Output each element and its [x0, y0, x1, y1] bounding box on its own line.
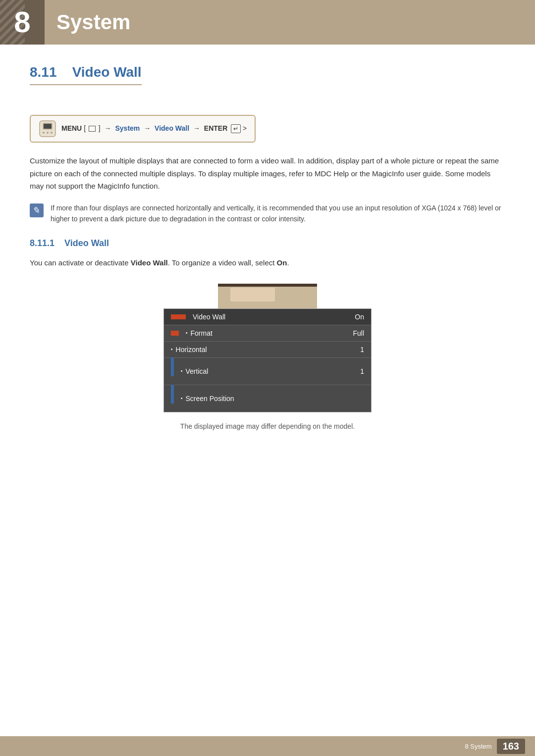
menu-path-box: MENU [ ] → System → Video Wall → ENTER ↵… — [30, 115, 256, 143]
menu-item-vertical: • Vertical 1 — [164, 358, 371, 385]
subsection-heading: 8.11.1 Video Wall — [30, 238, 505, 249]
monitor-shape — [163, 281, 372, 308]
bracket-open: [ — [84, 124, 86, 132]
header-stripe-decoration — [0, 0, 25, 45]
enter-icon: ↵ — [231, 124, 241, 133]
menu-item-label-vertical: Vertical — [186, 367, 209, 375]
ui-mockup-container: Video Wall On • Format Full • — [30, 281, 505, 412]
menu-item-label-videowall: Video Wall — [193, 313, 225, 321]
section-heading-container: 8.11 Video Wall — [30, 64, 505, 100]
screenposition-bar-indicator — [171, 385, 174, 403]
vertical-bullet: • — [181, 368, 183, 374]
note-box: ✎ If more than four displays are connect… — [30, 202, 505, 225]
menu-item-left-format: • Format — [171, 329, 213, 337]
footer-section-label: 8 System — [465, 743, 491, 750]
video-wall-bold: Video Wall — [131, 258, 168, 267]
vertical-bar-indicator — [171, 357, 174, 376]
menu-item-label-screenposition: Screen Position — [186, 395, 234, 403]
footer-bar: 8 System 163 — [0, 736, 535, 756]
menu-list: Video Wall On • Format Full • — [163, 308, 372, 412]
menu-item-label-horizontal: Horizontal — [176, 346, 207, 353]
monitor-body — [218, 284, 317, 308]
ui-mockup: Video Wall On • Format Full • — [163, 281, 372, 412]
svg-text:✎: ✎ — [32, 205, 40, 215]
monitor-top — [218, 281, 317, 308]
svg-point-5 — [51, 132, 53, 134]
subsection-desc: You can activate or deactivate Video Wal… — [30, 256, 505, 269]
description-text: Customize the layout of multiple display… — [30, 154, 505, 193]
screenposition-bullet: • — [181, 396, 183, 401]
subsection-title: Video Wall — [64, 238, 109, 248]
bracket-symbol — [89, 126, 96, 132]
menu-item-horizontal: • Horizontal 1 — [164, 342, 371, 358]
main-content: 8.11 Video Wall MENU [ ] → Syste — [0, 45, 535, 475]
footer-page-number: 163 — [497, 739, 525, 754]
header-bar: 8 System — [0, 0, 535, 45]
menu-step1: System — [115, 124, 140, 132]
menu-label: MENU — [61, 124, 82, 132]
bracket-close: ] — [99, 124, 101, 132]
menu-step2: Video Wall — [155, 124, 189, 132]
arrow3: → — [193, 124, 200, 132]
arrow1: → — [105, 124, 111, 132]
chapter-title: System — [56, 10, 130, 34]
menu-item-value-videowall: On — [355, 313, 364, 321]
horizontal-bullet: • — [171, 347, 173, 352]
section-title: Video Wall — [72, 64, 142, 80]
caption-text: The displayed image may differ depending… — [30, 422, 505, 430]
monitor-highlight — [230, 288, 275, 302]
note-icon: ✎ — [30, 203, 44, 217]
section-heading: 8.11 Video Wall — [30, 64, 142, 85]
subsection-number: 8.11.1 — [30, 238, 54, 248]
menu-item-value-horizontal: 1 — [360, 346, 364, 353]
monitor-top-bar — [218, 284, 317, 287]
format-bar-indicator — [171, 331, 179, 336]
menu-step3: ENTER — [204, 124, 227, 132]
menu-item-left: Video Wall — [171, 313, 225, 321]
menu-path-container: MENU [ ] → System → Video Wall → ENTER ↵… — [30, 115, 505, 143]
section-number: 8.11 — [30, 64, 57, 80]
note-text: If more than four displays are connected… — [51, 202, 505, 225]
menu-remote-icon — [39, 120, 56, 138]
menu-path-text: MENU [ ] → System → Video Wall → ENTER ↵… — [61, 124, 247, 133]
menu-item-format: • Format Full — [164, 325, 371, 342]
menu-item-value-format: Full — [353, 329, 364, 337]
menu-item-value-vertical: 1 — [360, 367, 364, 375]
menu-item-videowall: Video Wall On — [164, 309, 371, 325]
svg-point-3 — [43, 132, 45, 134]
menu-item-left-screenposition: • Screen Position — [171, 389, 234, 408]
menu-item-left-horizontal: • Horizontal — [171, 346, 207, 353]
video-wall-bar-indicator — [171, 314, 186, 319]
on-bold: On — [277, 258, 287, 267]
svg-rect-2 — [44, 124, 52, 129]
format-bullet: • — [186, 330, 188, 336]
menu-item-screenposition: • Screen Position — [164, 385, 371, 412]
footer-content: 8 System 163 — [465, 739, 525, 754]
menu-item-left-vertical: • Vertical — [171, 362, 208, 381]
arrow2: → — [144, 124, 151, 132]
menu-item-label-format: Format — [191, 329, 213, 337]
svg-point-4 — [47, 132, 49, 134]
menu-suffix: > — [243, 124, 247, 132]
